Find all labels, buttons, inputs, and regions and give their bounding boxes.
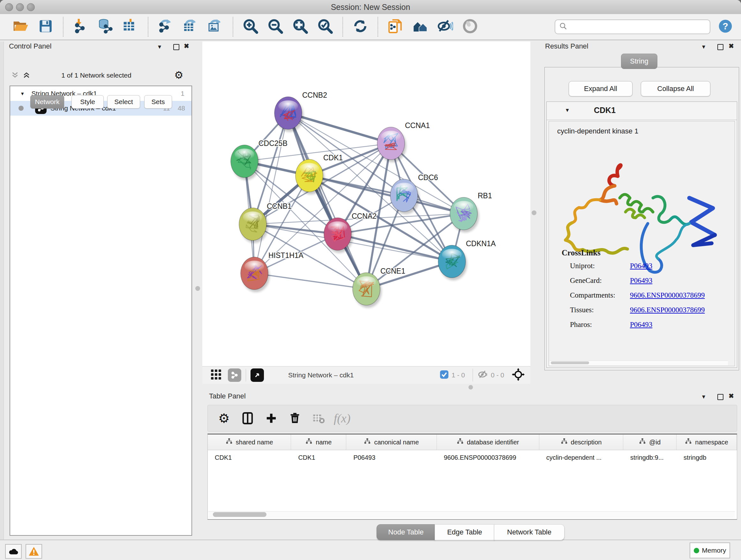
- results-panel-menu-icon[interactable]: ▾: [702, 43, 705, 51]
- memory-button[interactable]: Memory: [690, 543, 730, 558]
- column-header-canonical-name[interactable]: canonical name: [346, 435, 436, 450]
- tab-select[interactable]: Select: [107, 95, 140, 109]
- export-image-button[interactable]: [203, 16, 228, 37]
- tab-style[interactable]: Style: [71, 95, 104, 109]
- result-card-header[interactable]: ▾ CDK1: [547, 102, 737, 120]
- show-columns-icon[interactable]: [236, 407, 259, 429]
- table-float-panel-icon[interactable]: [718, 394, 724, 401]
- tab-node-table[interactable]: Node Table: [377, 524, 435, 540]
- edge-CCNB2-HIST1H1A[interactable]: [254, 113, 288, 273]
- table-panel-menu-icon[interactable]: ▾: [702, 393, 705, 400]
- left-splitter-handle[interactable]: [195, 286, 200, 291]
- results-close-panel-icon[interactable]: ✖: [729, 42, 734, 50]
- edge-CDK1-RB1[interactable]: [309, 176, 464, 213]
- cell-description[interactable]: cyclin-dependent ...: [539, 450, 623, 465]
- column-flow-icon: [685, 438, 692, 447]
- tab-sets[interactable]: Sets: [144, 95, 172, 109]
- zoom-fit-button[interactable]: [288, 16, 313, 37]
- node-CCNA2[interactable]: [324, 218, 353, 253]
- node-CDK1[interactable]: [295, 159, 325, 194]
- open-in-window-icon[interactable]: [251, 368, 264, 382]
- delete-column-trash-icon[interactable]: [283, 407, 307, 429]
- column-header-name[interactable]: name: [291, 435, 346, 450]
- close-panel-icon[interactable]: ✖: [184, 42, 189, 50]
- zoom-in-button[interactable]: [238, 16, 263, 37]
- crosslink-link[interactable]: P06493: [630, 262, 652, 270]
- crosslink-link[interactable]: 9606.ENSP00000378699: [630, 306, 705, 314]
- column-header--id[interactable]: @id: [623, 435, 677, 450]
- zoom-out-button[interactable]: [263, 16, 288, 37]
- float-panel-icon[interactable]: [173, 44, 179, 51]
- import-network-from-file-button[interactable]: [68, 16, 93, 37]
- network-options-gear-icon[interactable]: ⚙: [174, 69, 184, 81]
- network-canvas[interactable]: CCNB2CCNA1CDC25BCDK1CDC6RB1CCNB1CCNA2CDK…: [202, 42, 530, 366]
- selected-checkbox-icon[interactable]: [440, 370, 449, 381]
- bottom-splitter-handle[interactable]: [468, 385, 473, 389]
- clone-network-button[interactable]: [383, 16, 408, 37]
- node-RB1[interactable]: [450, 197, 479, 233]
- tab-network[interactable]: Network: [30, 95, 64, 109]
- right-splitter-handle[interactable]: [532, 210, 536, 215]
- zoom-selected-button[interactable]: [313, 16, 338, 37]
- tab-edge-table[interactable]: Edge Table: [434, 524, 495, 540]
- show-eye-button[interactable]: [458, 16, 482, 37]
- edge-CCNB2-CCNA1[interactable]: [288, 113, 391, 143]
- expand-all-button[interactable]: Expand All: [569, 81, 632, 97]
- search-box[interactable]: [555, 19, 711, 34]
- export-network-button[interactable]: [153, 16, 178, 37]
- import-network-from-database-button[interactable]: [93, 16, 118, 37]
- hidden-eye-icon[interactable]: [477, 369, 488, 381]
- table-hscrollbar[interactable]: [208, 511, 735, 518]
- hide-panels-button[interactable]: [433, 16, 458, 37]
- cell-shared-name[interactable]: CDK1: [208, 450, 291, 465]
- table-close-panel-icon[interactable]: ✖: [729, 392, 734, 400]
- collapse-all-button[interactable]: Collapse All: [641, 81, 711, 97]
- grid-view-icon[interactable]: [210, 368, 222, 382]
- import-table-from-file-button[interactable]: [118, 16, 143, 37]
- table-row[interactable]: CDK1CDK1P064939606.ENSP00000378699cyclin…: [208, 450, 737, 465]
- crosslink-link[interactable]: P06493: [630, 320, 652, 329]
- crosslink-link[interactable]: P06493: [630, 276, 652, 285]
- import-network-icon: [73, 18, 89, 36]
- node-CCNA1[interactable]: [377, 127, 406, 162]
- tab-network-table[interactable]: Network Table: [494, 524, 564, 540]
- cell-name[interactable]: CDK1: [291, 450, 346, 465]
- help-button[interactable]: ?: [718, 19, 733, 35]
- tree-collapse-icon[interactable]: ▾: [21, 90, 24, 97]
- edge-CCNB2-CCNE1[interactable]: [288, 113, 366, 289]
- node-CDKN1A[interactable]: [438, 245, 467, 280]
- edge-HIST1H1A-CCNE1[interactable]: [254, 273, 366, 289]
- open-session-button[interactable]: [8, 16, 33, 37]
- refresh-button[interactable]: [348, 16, 373, 37]
- share-view-icon[interactable]: [228, 368, 241, 382]
- crosslink-link[interactable]: 9606.ENSP00000378699: [630, 291, 705, 300]
- cell-canonical-name[interactable]: P06493: [346, 450, 436, 465]
- node-CDC6[interactable]: [390, 179, 419, 214]
- cell-database-identifier[interactable]: 9606.ENSP00000378699: [437, 450, 539, 465]
- column-header-description[interactable]: description: [539, 435, 623, 450]
- cloud-button[interactable]: [5, 544, 22, 559]
- save-session-button[interactable]: [33, 16, 58, 37]
- search-input[interactable]: [567, 22, 696, 31]
- birdseye-navigator-icon[interactable]: [512, 368, 525, 382]
- network-graph[interactable]: CCNB2CCNA1CDC25BCDK1CDC6RB1CCNB1CCNA2CDK…: [202, 42, 530, 366]
- warning-button[interactable]: [25, 544, 42, 559]
- home-button[interactable]: [408, 16, 433, 37]
- export-table-button[interactable]: [178, 16, 203, 37]
- results-hscrollbar[interactable]: [549, 361, 728, 365]
- node-CCNE1[interactable]: [353, 273, 382, 308]
- node-HIST1H1A[interactable]: [241, 257, 270, 292]
- create-column-plus-icon[interactable]: [259, 407, 283, 429]
- column-header-shared-name[interactable]: shared name: [208, 435, 291, 450]
- control-panel-menu-icon[interactable]: ▾: [158, 43, 161, 51]
- column-header-namespace[interactable]: namespace: [677, 435, 737, 450]
- node-CCNB2[interactable]: [274, 97, 304, 132]
- hscrollbar-thumb[interactable]: [213, 512, 266, 517]
- tab-string[interactable]: String: [621, 54, 657, 69]
- cell--id[interactable]: stringdb:9...: [623, 450, 677, 465]
- cell-namespace[interactable]: stringdb: [677, 450, 737, 465]
- result-collapse-icon[interactable]: ▾: [566, 106, 569, 114]
- column-header-database-identifier[interactable]: database identifier: [437, 435, 539, 450]
- table-settings-gear-icon[interactable]: ⚙: [212, 407, 236, 429]
- results-float-panel-icon[interactable]: [718, 44, 724, 51]
